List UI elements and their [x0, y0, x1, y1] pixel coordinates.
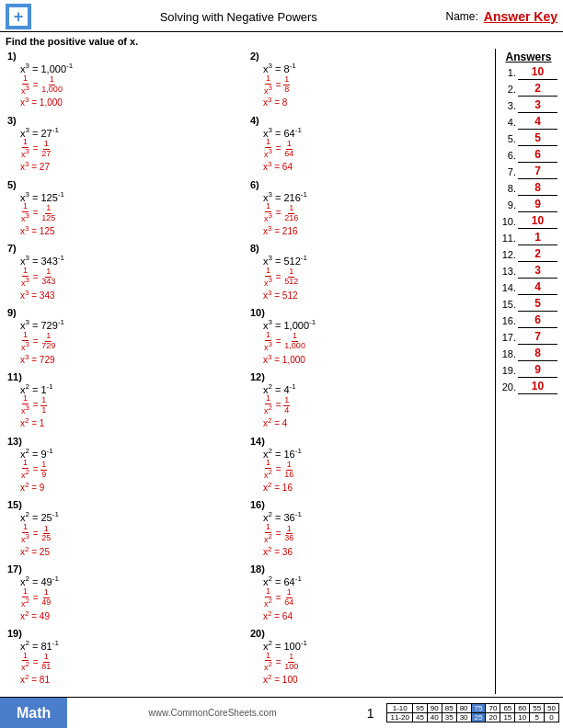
problem-8: 8) x3 = 512-1 1x3 = 1512 x3 = 512 [250, 243, 489, 301]
answer-row: 2.2 [500, 82, 557, 97]
prob-step1-3: 1x3 = 127 [20, 138, 247, 160]
ftable-40: 40 [427, 713, 442, 722]
answer-row: 18.8 [500, 347, 557, 361]
ftable-70: 70 [486, 704, 500, 713]
answer-row: 12.2 [500, 247, 557, 262]
ftable-60: 60 [515, 704, 530, 713]
answer-value: 10 [518, 380, 557, 394]
ftable-20: 20 [486, 713, 500, 722]
prob-num-14: 14) [250, 436, 265, 447]
prob-eq-15: x2 = 25-1 [20, 510, 247, 523]
answers-list: 1.102.23.34.45.56.67.78.89.910.1011.112.… [500, 65, 557, 394]
prob-num-18: 18) [250, 563, 265, 574]
prob-eq-11: x2 = 1-1 [20, 382, 247, 395]
ftable-35: 35 [442, 713, 456, 722]
prob-step2-9: x3 = 729 [20, 353, 247, 366]
prob-num-12: 12) [250, 371, 265, 382]
logo-plus-icon: + [14, 8, 24, 25]
problem-13: 13) x2 = 9-1 1x2 = 19 x2 = 9 [7, 436, 247, 495]
prob-num-13: 13) [7, 436, 22, 447]
name-label: Name: [446, 10, 478, 23]
answer-value: 4 [518, 280, 557, 295]
prob-step1-20: 1x2 = 1100 [263, 652, 489, 674]
ftable-85: 85 [442, 704, 456, 713]
answer-value: 5 [518, 131, 557, 146]
answer-row: 6.6 [500, 148, 557, 163]
problem-3: 3) x3 = 27-1 1x3 = 127 x3 = 27 [7, 115, 247, 174]
prob-num-4: 4) [250, 115, 259, 126]
prob-eq-2: x3 = 8-1 [263, 62, 489, 74]
answer-number: 18. [500, 348, 516, 359]
prob-eq-17: x2 = 49-1 [20, 574, 247, 587]
ftable-90: 90 [427, 704, 442, 713]
prob-num-16: 16) [250, 499, 265, 510]
prob-eq-12: x2 = 4-1 [263, 382, 489, 395]
prob-eq-16: x2 = 36-1 [263, 510, 489, 523]
problem-6: 6) x3 = 216-1 1x3 = 1216 x3 = 216 [250, 179, 489, 238]
answer-row: 15.5 [500, 297, 557, 312]
answer-number: 1. [500, 67, 516, 78]
prob-step2-15: x2 = 25 [20, 545, 247, 558]
problem-4: 4) x3 = 64-1 1x3 = 164 x3 = 64 [250, 115, 489, 174]
right-column: 2) x3 = 8-1 1x3 = 18 x3 = 8 4) x3 = 64-1… [248, 51, 491, 692]
answer-row: 8.8 [500, 181, 557, 196]
answer-row: 20.10 [500, 380, 557, 394]
prob-step2-5: x3 = 125 [20, 224, 247, 237]
logo: + [6, 4, 31, 29]
answer-row: 7.7 [500, 165, 557, 179]
prob-step1-7: 1x3 = 1343 [20, 267, 247, 289]
answer-number: 5. [500, 133, 516, 144]
ftable-25: 25 [471, 713, 486, 722]
prob-step2-19: x2 = 81 [20, 673, 247, 686]
answer-value: 9 [518, 198, 557, 212]
answer-row: 1.10 [500, 65, 557, 80]
prob-step1-8: 1x3 = 1512 [263, 267, 489, 289]
prob-eq-19: x2 = 81-1 [20, 639, 247, 652]
ftable-label-range1: 1-10 [387, 704, 412, 713]
prob-eq-9: x3 = 729-1 [20, 318, 247, 331]
answer-value: 9 [518, 363, 557, 378]
problem-11: 11) x2 = 1-1 1x3 = 11 x2 = 1 [7, 371, 247, 430]
problem-12: 12) x2 = 4-1 1x2 = 14 x2 = 4 [250, 371, 489, 430]
prob-step2-6: x3 = 216 [263, 224, 489, 237]
prob-num-15: 15) [7, 499, 22, 510]
answer-value: 1 [518, 231, 557, 245]
instructions: Find the positive value of x. [0, 32, 563, 49]
problems-columns: 1) x3 = 1,000-1 1x3 = 11,000 x3 = 1,000 … [6, 51, 491, 692]
answer-row: 13.3 [500, 264, 557, 279]
problem-2: 2) x3 = 8-1 1x3 = 18 x3 = 8 [250, 51, 489, 109]
prob-step2-8: x3 = 512 [263, 289, 489, 301]
prob-step2-14: x2 = 16 [263, 481, 489, 494]
prob-step1-16: 1x2 = 136 [263, 523, 489, 545]
answer-row: 5.5 [500, 131, 557, 146]
prob-step1-10: 1x3 = 11,000 [263, 331, 489, 353]
left-column: 1) x3 = 1,000-1 1x3 = 11,000 x3 = 1,000 … [6, 51, 248, 692]
prob-eq-8: x3 = 512-1 [263, 254, 489, 267]
answer-value: 6 [518, 148, 557, 163]
answer-number: 14. [500, 282, 516, 293]
prob-num-2: 2) [250, 51, 259, 62]
answer-value: 2 [518, 82, 557, 97]
ftable-65: 65 [500, 704, 515, 713]
answer-row: 17.7 [500, 330, 557, 345]
problem-1: 1) x3 = 1,000-1 1x3 = 11,000 x3 = 1,000 [7, 51, 247, 109]
prob-step1-19: 1x2 = 181 [20, 652, 247, 674]
answer-key-label: Answer Key [484, 9, 557, 24]
answer-number: 16. [500, 315, 516, 326]
prob-num-9: 9) [7, 307, 17, 318]
answer-row: 4.4 [500, 115, 557, 130]
answer-number: 19. [500, 365, 516, 376]
answer-number: 4. [500, 117, 516, 128]
answer-number: 3. [500, 100, 516, 111]
prob-step2-16: x2 = 36 [263, 545, 489, 558]
footer-scoring-table: 1-10 95 90 85 80 75 70 65 60 55 50 11-20… [383, 701, 563, 724]
problem-17: 17) x2 = 49-1 1x2 = 149 x2 = 49 [7, 563, 247, 622]
prob-step2-11: x2 = 1 [20, 416, 247, 429]
prob-eq-13: x2 = 9-1 [20, 447, 247, 460]
footer-page: 1 [358, 706, 384, 721]
answer-value: 7 [518, 165, 557, 179]
answer-row: 16.6 [500, 313, 557, 328]
page-title: Solving with Negative Powers [31, 10, 446, 24]
ftable-45: 45 [412, 713, 427, 722]
prob-eq-3: x3 = 27-1 [20, 126, 247, 139]
